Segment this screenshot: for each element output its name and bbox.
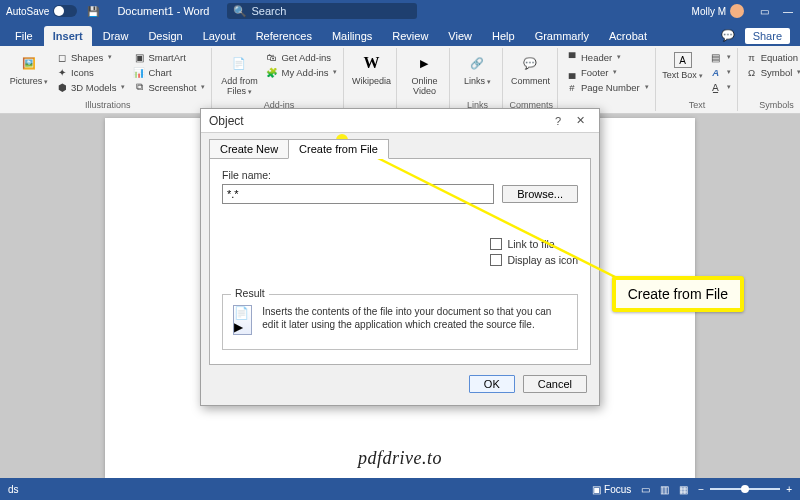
pagenum-icon: # (566, 81, 578, 93)
link-label: Link to file (507, 238, 554, 250)
wordart-button[interactable]: A (708, 65, 733, 79)
my-addins-button[interactable]: 🧩My Add-ins (264, 65, 339, 79)
zoom-control[interactable]: − + (698, 484, 792, 495)
tab-layout[interactable]: Layout (194, 26, 245, 46)
equation-button[interactable]: πEquation (744, 50, 800, 64)
quickparts-button[interactable]: ▤ (708, 50, 733, 64)
zoom-out-icon[interactable]: − (698, 484, 704, 495)
tab-file[interactable]: File (6, 26, 42, 46)
ribbon-options-icon[interactable]: ▭ (758, 6, 770, 17)
addins-icon: 🧩 (266, 66, 278, 78)
textbox-button[interactable]: A Text Box (662, 50, 704, 83)
focus-button[interactable]: ▣ Focus (592, 484, 631, 495)
browse-button[interactable]: Browse... (502, 185, 578, 203)
autosave-toggle[interactable]: AutoSave 💾 (6, 5, 99, 17)
view-read-icon[interactable]: ▭ (641, 484, 650, 495)
links-button[interactable]: 🔗 Links (456, 50, 498, 89)
dialog-help-icon[interactable]: ? (547, 115, 569, 127)
tab-acrobat[interactable]: Acrobat (600, 26, 656, 46)
footer-icon: ▄ (566, 66, 578, 78)
dropcap-button[interactable]: A̲ (708, 80, 733, 94)
group-illustrations: 🖼️ Pictures ◻Shapes ✦Icons ⬢3D Models ▣S… (4, 48, 212, 111)
zoom-in-icon[interactable]: + (786, 484, 792, 495)
result-legend: Result (231, 287, 269, 299)
status-bar: ds ▣ Focus ▭ ▥ ▦ − + (0, 478, 800, 500)
file-name-label: File name: (222, 169, 578, 181)
display-as-icon-checkbox[interactable]: Display as icon (490, 254, 578, 266)
add-from-files-label: Add from Files (218, 76, 260, 97)
tab-help[interactable]: Help (483, 26, 524, 46)
equation-label: Equation (761, 52, 799, 63)
chart-button[interactable]: 📊Chart (131, 65, 207, 79)
symbol-button[interactable]: ΩSymbol (744, 65, 800, 79)
3dmodels-button[interactable]: ⬢3D Models (54, 80, 127, 94)
icons-button[interactable]: ✦Icons (54, 65, 127, 79)
wordart-icon: A (710, 66, 722, 78)
tab-create-from-file[interactable]: Create from File (288, 139, 389, 159)
pagenumber-label: Page Number (581, 82, 640, 93)
pictures-label: Pictures (10, 76, 49, 87)
smartart-button[interactable]: ▣SmartArt (131, 50, 207, 64)
shapes-icon: ◻ (56, 51, 68, 63)
pagenumber-button[interactable]: #Page Number (564, 80, 651, 94)
cancel-button[interactable]: Cancel (523, 375, 587, 393)
dialog-close-icon[interactable]: ✕ (569, 114, 591, 127)
wikipedia-icon: W (360, 52, 382, 74)
file-name-input[interactable] (222, 184, 494, 204)
result-box: Result 📄▶ Inserts the contents of the fi… (222, 294, 578, 350)
tab-draw[interactable]: Draw (94, 26, 138, 46)
toggle-switch-icon[interactable] (53, 5, 77, 17)
group-text: A Text Box ▤ A A̲ Text (658, 48, 738, 111)
tab-design[interactable]: Design (139, 26, 191, 46)
zoom-slider[interactable] (710, 488, 780, 490)
equation-icon: π (746, 51, 758, 63)
group-links: 🔗 Links Links (452, 48, 503, 111)
group-text-label: Text (662, 100, 733, 110)
tab-grammarly[interactable]: Grammarly (526, 26, 598, 46)
dialog-buttons: OK Cancel (201, 365, 599, 405)
tab-references[interactable]: References (247, 26, 321, 46)
comments-icon[interactable]: 💬 (721, 29, 735, 43)
view-print-icon[interactable]: ▥ (660, 484, 669, 495)
view-web-icon[interactable]: ▦ (679, 484, 688, 495)
store-icon: 🛍 (266, 51, 278, 63)
tab-create-new[interactable]: Create New (209, 139, 288, 159)
wikipedia-button[interactable]: W Wikipedia (350, 50, 392, 88)
textbox-label: Text Box (662, 70, 703, 81)
footer-button[interactable]: ▄Footer (564, 65, 651, 79)
footer-label: Footer (581, 67, 608, 78)
minimize-icon[interactable]: — (782, 6, 794, 17)
share-button[interactable]: Share (745, 28, 790, 44)
tab-review[interactable]: Review (383, 26, 437, 46)
group-wikipedia: W Wikipedia (346, 48, 397, 111)
user-account[interactable]: Molly M (692, 4, 744, 18)
add-from-files-button[interactable]: 📄 Add from Files (218, 50, 260, 99)
tab-view[interactable]: View (439, 26, 481, 46)
comment-button[interactable]: 💬 Comment (509, 50, 551, 88)
group-headerfooter: ▀Header ▄Footer #Page Number (560, 48, 656, 111)
link-to-file-checkbox[interactable]: Link to file (490, 238, 578, 250)
online-video-button[interactable]: ▶ Online Video (403, 50, 445, 98)
search-box[interactable]: 🔍 Search (227, 3, 417, 19)
screenshot-button[interactable]: ⧉Screenshot (131, 80, 207, 94)
ribbon-tabs: File Insert Draw Design Layout Reference… (0, 22, 800, 46)
avatar-icon (730, 4, 744, 18)
tab-insert[interactable]: Insert (44, 26, 92, 46)
result-text: Inserts the contents of the file into yo… (262, 305, 567, 331)
header-button[interactable]: ▀Header (564, 50, 651, 64)
link-icon: 🔗 (466, 52, 488, 74)
get-addins-button[interactable]: 🛍Get Add-ins (264, 50, 339, 64)
shapes-button[interactable]: ◻Shapes (54, 50, 127, 64)
autosave-label: AutoSave (6, 6, 49, 17)
textbox-icon: A (674, 52, 692, 68)
search-placeholder: Search (251, 5, 286, 17)
ok-button[interactable]: OK (469, 375, 515, 393)
dialog-titlebar[interactable]: Object ? ✕ (201, 109, 599, 133)
screenshot-icon: ⧉ (133, 81, 145, 93)
save-icon[interactable]: 💾 (87, 6, 99, 17)
header-label: Header (581, 52, 612, 63)
shapes-label: Shapes (71, 52, 103, 63)
tab-mailings[interactable]: Mailings (323, 26, 381, 46)
checkbox-icon (490, 254, 502, 266)
pictures-button[interactable]: 🖼️ Pictures (8, 50, 50, 89)
